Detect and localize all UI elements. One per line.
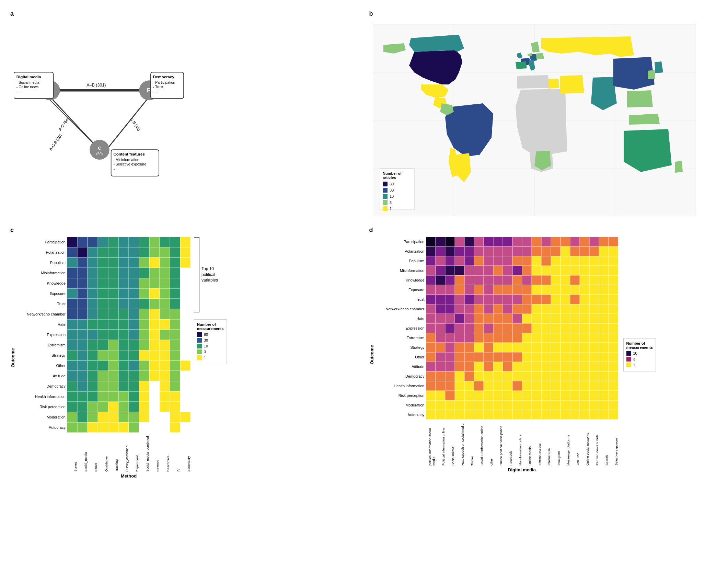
heatmap-cell [532, 304, 541, 314]
heatmap-cell [551, 400, 561, 410]
heatmap-cell [589, 323, 599, 333]
y-label: Knowledge [19, 278, 67, 288]
heatmap-cell [474, 275, 484, 285]
heatmap-cell [98, 237, 108, 247]
heatmap-cell [67, 422, 77, 433]
heatmap-cell [67, 381, 77, 391]
heatmap-cell [77, 299, 88, 309]
heatmap-cell [512, 362, 522, 371]
heatmap-cell [570, 285, 580, 295]
heatmap-cell [580, 343, 589, 352]
heatmap-cell [77, 257, 88, 268]
y-label: Network/echo chamber [378, 304, 426, 314]
heatmap-cell [180, 288, 190, 299]
y-label: Autocracy [19, 422, 67, 433]
x-label: Search [599, 421, 609, 466]
heatmap-cell [149, 237, 160, 247]
heatmap-cell [512, 333, 522, 343]
heatmap-cell [445, 371, 455, 381]
y-label: Moderation [19, 412, 67, 422]
heatmap-cell [170, 299, 180, 309]
x-label: Survey_combined [118, 434, 129, 472]
heatmap-cell [67, 299, 77, 309]
heatmap-cell [426, 304, 436, 314]
x-label: Covid-19 information online [474, 421, 484, 466]
heatmap-cell [522, 295, 532, 304]
svg-text:1: 1 [390, 207, 392, 211]
heatmap-cell [522, 304, 532, 314]
heatmap-cell [522, 391, 532, 400]
x-label: Panel [88, 434, 98, 472]
heatmap-cell [67, 340, 77, 350]
heatmap-cell [88, 288, 98, 299]
c-x-labels: SurveySocial_mediaPanelQualitativeTracki… [67, 434, 190, 472]
heatmap-cell [493, 391, 503, 400]
heatmap-cell [522, 343, 532, 352]
heatmap-cell [493, 352, 503, 362]
heatmap-row [426, 362, 618, 371]
heatmap-cell [88, 257, 98, 268]
heatmap-cell [118, 340, 129, 350]
heatmap-cell [118, 412, 129, 422]
heatmap-cell [129, 247, 139, 257]
legend-value: 3 [633, 357, 635, 361]
heatmap-cell [160, 412, 170, 422]
heatmap-cell [484, 237, 493, 246]
heatmap-cell [108, 257, 118, 268]
heatmap-cell [139, 309, 149, 319]
heatmap-cell [580, 333, 589, 343]
heatmap-cell [580, 256, 589, 266]
heatmap-cell [474, 266, 484, 275]
heatmap-cell [160, 319, 170, 330]
heatmap-cell [170, 288, 180, 299]
d-x-axis-title: Digital media [426, 467, 618, 472]
y-label: Extremism [19, 340, 67, 350]
heatmap-cell [108, 319, 118, 330]
legend-item: 10 [626, 351, 653, 356]
heatmap-row [426, 256, 618, 266]
heatmap-cell [67, 268, 77, 278]
heatmap-row [67, 299, 190, 309]
y-label: Participation [19, 237, 67, 247]
heatmap-cell [464, 362, 474, 371]
legend-value: 30 [204, 338, 208, 342]
heatmap-cell [77, 319, 88, 330]
heatmap-cell [561, 381, 570, 391]
heatmap-cell [503, 362, 512, 371]
heatmap-cell [436, 304, 445, 314]
heatmap-cell [580, 362, 589, 371]
heatmap-row [426, 371, 618, 381]
heatmap-cell [455, 237, 464, 246]
heatmap-cell [118, 257, 129, 268]
heatmap-cell [522, 266, 532, 275]
heatmap-cell [522, 371, 532, 381]
heatmap-cell [599, 352, 609, 362]
heatmap-row [426, 333, 618, 343]
heatmap-cell [139, 299, 149, 309]
heatmap-cell [609, 246, 618, 256]
heatmap-cell [493, 400, 503, 410]
heatmap-cell [108, 288, 118, 299]
y-label: Polarization [378, 246, 426, 256]
d-heatmap: political information social mediaPoliti… [426, 237, 618, 472]
svg-rect-44 [383, 194, 388, 199]
y-label: Health information [19, 391, 67, 402]
heatmap-cell [118, 319, 129, 330]
heatmap-cell [149, 257, 160, 268]
heatmap-cell [170, 381, 180, 391]
heatmap-cell [484, 362, 493, 371]
heatmap-cell [512, 275, 522, 285]
svg-rect-46 [383, 200, 388, 205]
heatmap-cell [609, 295, 618, 304]
heatmap-cell [98, 299, 108, 309]
heatmap-cell [426, 275, 436, 285]
main-container: a A–B (301) A-C (64) C-B (41) A-C-B (40)… [0, 0, 728, 574]
heatmap-row [426, 295, 618, 304]
c-y-axis-title: Outcome [10, 348, 15, 367]
svg-text:- Trust: - Trust [153, 85, 163, 89]
heatmap-cell [149, 422, 160, 433]
heatmap-cell [426, 256, 436, 266]
heatmap-cell [599, 246, 609, 256]
heatmap-cell [129, 237, 139, 247]
heatmap-cell [609, 352, 618, 362]
